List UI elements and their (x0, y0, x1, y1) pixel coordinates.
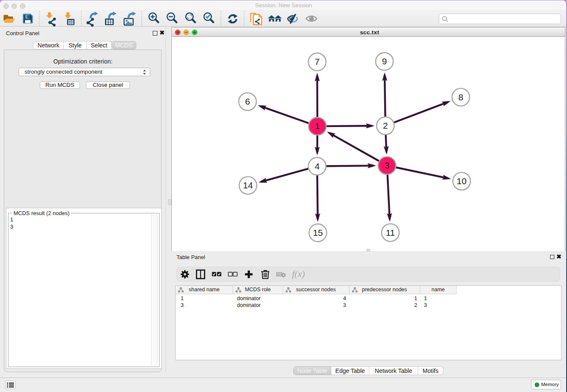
svg-text:1: 1 (315, 121, 320, 131)
svg-text:9: 9 (382, 56, 387, 66)
svg-text:2: 2 (383, 121, 388, 130)
svg-text:3: 3 (385, 160, 390, 170)
svg-text:8: 8 (458, 92, 463, 102)
svg-text:15: 15 (313, 228, 323, 237)
svg-text:14: 14 (243, 180, 253, 190)
svg-text:4: 4 (315, 161, 320, 171)
svg-text:7: 7 (315, 57, 320, 66)
svg-text:10: 10 (457, 176, 466, 186)
svg-text:11: 11 (386, 228, 395, 237)
svg-text:6: 6 (245, 97, 250, 106)
